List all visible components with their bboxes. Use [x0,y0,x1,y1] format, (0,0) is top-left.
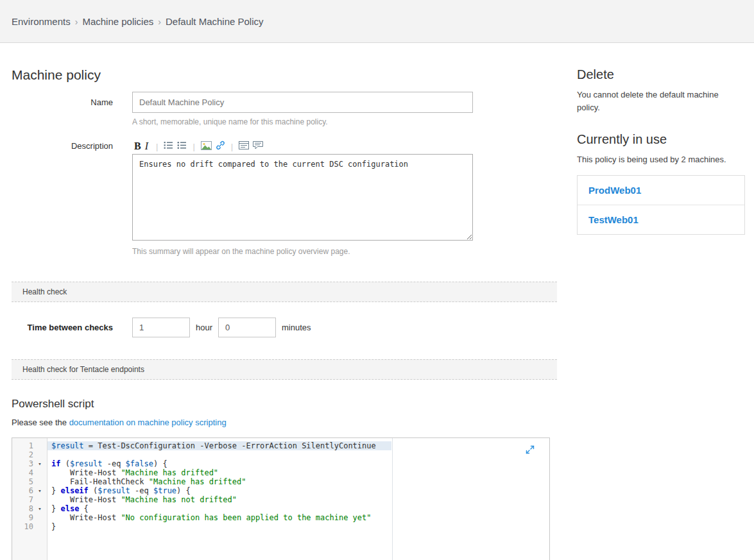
minutes-unit-label: minutes [282,323,311,332]
breadcrumb-machine-policies[interactable]: Machine policies [82,16,153,27]
code-token: "No configuration has been applied to th… [121,513,371,522]
documentation-line: Please see the documentation on machine … [12,418,557,427]
time-between-checks-label: Time between checks [12,323,113,332]
code-token: } [51,522,56,531]
delete-title: Delete [577,67,745,82]
numbered-list-button[interactable] [162,140,175,153]
link-icon [216,140,225,152]
fold-arrow-icon[interactable]: ▾ [33,486,46,495]
insert-image-button[interactable] [199,140,214,153]
hours-input[interactable] [132,318,190,337]
fold-arrow-icon[interactable]: ▾ [33,504,46,513]
column-ruler [392,438,393,560]
currently-in-use-text: This policy is being used by 2 machines. [577,153,736,166]
fold-arrow-icon[interactable]: ▾ [33,459,46,468]
fold-spacer [33,441,46,450]
line-number: 6 [12,486,33,495]
fold-spacer [33,522,46,531]
code-token: if [51,459,60,468]
code-token: Write-Host [51,468,121,477]
name-input[interactable] [132,92,473,113]
currently-in-use-title: Currently in use [577,132,745,147]
code-token: Fail-HealthCheck [51,477,149,486]
code-line: Write-Host "Machine has not drifted" [47,495,549,504]
fold-spacer [33,477,46,486]
image-icon [201,141,212,152]
section-tentacle-label: Health check for Tentacle endpoints [22,365,144,374]
code-token: ) { [153,459,167,468]
fold-spacer [33,513,46,522]
gutter-line: 1 [12,441,47,450]
bullet-list-button[interactable] [175,140,189,153]
numbered-list-icon [164,141,173,151]
code-line [47,450,549,459]
documentation-link[interactable]: documentation on machine policy scriptin… [69,418,227,427]
documentation-intro: Please see the [12,418,67,427]
code-token: $true [153,486,176,495]
description-textarea[interactable]: Ensures no drift compared to the current… [132,154,473,241]
code-token: { [79,504,88,513]
code-token: else [60,504,79,513]
machine-link[interactable]: ProdWeb01 [588,185,641,196]
machine-link[interactable]: TestWeb01 [588,214,638,225]
name-help-text: A short, memorable, unique name for this… [132,117,473,126]
sidebar: Delete You cannot delete the default mac… [577,67,745,560]
bullet-list-icon [177,141,187,151]
code-token: Write-Host [51,495,121,504]
machine-list: ProdWeb01TestWeb01 [577,175,745,235]
minutes-input[interactable] [218,318,276,337]
line-number: 9 [12,513,33,522]
section-health-check: Health check [12,282,557,302]
machine-row[interactable]: TestWeb01 [578,205,744,234]
italic-button[interactable]: I [143,140,152,153]
breadcrumb-separator: › [158,17,161,27]
fold-spacer [33,495,46,504]
markdown-help-button[interactable] [251,140,265,153]
gutter-line: 8▾ [12,504,47,513]
comment-icon [253,141,263,151]
expand-editor-button[interactable] [524,444,536,457]
code-token: $result [70,459,103,468]
machine-row[interactable]: ProdWeb01 [578,176,744,205]
page-content: Machine policy Name A short, memorable, … [0,43,754,560]
code-line: if ($result -eq $false) { [47,459,549,468]
code-lines[interactable]: $result = Test-DscConfiguration -Verbose… [47,438,549,560]
insert-link-button[interactable] [214,140,227,153]
description-row: Description B I | | [12,139,557,256]
preview-icon [239,141,249,151]
code-line: } elseif ($result -eq $true) { [47,486,549,495]
code-line: Write-Host "Machine has drifted" [47,468,549,477]
code-token: $false [126,459,153,468]
code-token: = Test-DscConfiguration -Verbose -ErrorA… [84,441,376,450]
delete-text: You cannot delete the default machine po… [577,89,736,114]
code-line: Fail-HealthCheck "Machine has drifted" [47,477,549,486]
description-toolbar: B I | | | [132,139,473,153]
code-line: Write-Host "No configuration has been ap… [47,513,549,522]
code-token: -eq [102,459,125,468]
breadcrumb-environments[interactable]: Environments [12,16,71,27]
breadcrumb: Environments›Machine policies›Default Ma… [0,0,754,43]
line-number: 7 [12,495,33,504]
toolbar-separator: | [231,142,233,151]
gutter-line: 4 [12,468,47,477]
code-token: Write-Host [51,513,121,522]
powershell-script-title: Powershell script [12,398,557,411]
bold-button[interactable]: B [132,140,143,153]
time-between-checks-row: Time between checks hour minutes [12,318,557,337]
code-token: ( [89,486,98,495]
code-editor[interactable]: 123▾456▾78▾910 $result = Test-DscConfigu… [12,437,550,560]
code-token: "Machine has drifted" [121,468,218,477]
code-token: $result [51,441,84,450]
line-number: 10 [12,522,33,531]
section-tentacle-health-check: Health check for Tentacle endpoints [12,359,557,380]
section-health-check-label: Health check [22,287,67,296]
code-gutter: 123▾456▾78▾910 [12,438,47,560]
description-help-text: This summary will appear on the machine … [132,247,473,256]
code-line: } else { [47,504,549,513]
preview-button[interactable] [237,140,251,153]
gutter-line: 7 [12,495,47,504]
code-token: ( [60,459,69,468]
code-token: -eq [130,486,153,495]
gutter-line: 10 [12,522,47,531]
name-label: Name [12,92,113,126]
